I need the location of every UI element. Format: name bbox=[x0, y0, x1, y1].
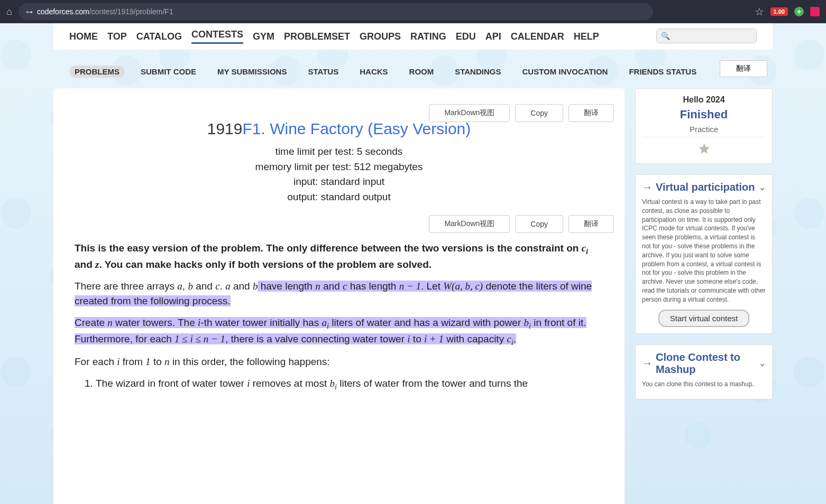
start-virtual-contest-button[interactable]: Start virtual contest bbox=[658, 310, 749, 327]
problem-limits: time limit per test: 5 seconds memory li… bbox=[64, 144, 614, 204]
problem-name[interactable]: F1. Wine Factory (Easy Version) bbox=[242, 120, 471, 137]
contest-sub-nav: PROBLEMS SUBMIT CODE MY SUBMISSIONS STAT… bbox=[53, 50, 773, 83]
nav-contests[interactable]: CONTESTS bbox=[191, 29, 243, 44]
input-spec: input: standard input bbox=[64, 174, 614, 190]
subnav-friends-status[interactable]: FRIENDS STATUS bbox=[623, 66, 702, 78]
clone-text: You can clone this contest to a mashup. bbox=[642, 380, 766, 389]
search-input[interactable]: 🔍 bbox=[656, 29, 757, 43]
problem-statement: This is the easy version of the problem.… bbox=[64, 241, 614, 393]
nav-help[interactable]: HELP bbox=[574, 31, 599, 42]
copy-button[interactable]: Copy bbox=[515, 104, 563, 122]
extension-translate-icon[interactable] bbox=[810, 7, 820, 16]
intro-paragraph: This is the easy version of the problem.… bbox=[75, 241, 603, 273]
problem-number: 1919 bbox=[207, 120, 243, 137]
steps-list: The wizard in front of water tower i rem… bbox=[96, 376, 603, 393]
vp-text: Virtual contest is a way to take part in… bbox=[642, 198, 766, 304]
practice-label: Practice bbox=[642, 125, 766, 134]
translate-button-2[interactable]: 翻译 bbox=[568, 215, 614, 233]
virtual-participation-box: → Virtual participation ⌄ Virtual contes… bbox=[635, 174, 773, 334]
clone-header[interactable]: → Clone Contest to Mashup ⌄ bbox=[642, 351, 766, 376]
nav-groups[interactable]: GROUPS bbox=[360, 31, 401, 42]
subnav-submit[interactable]: SUBMIT CODE bbox=[135, 66, 201, 78]
contest-name: Hello 2024 bbox=[642, 95, 766, 105]
home-icon[interactable]: ⌂ bbox=[6, 6, 12, 17]
nav-gym[interactable]: GYM bbox=[253, 31, 274, 42]
arrow-icon: → bbox=[642, 357, 653, 369]
vp-header[interactable]: → Virtual participation ⌄ bbox=[642, 181, 766, 193]
contest-status[interactable]: Finished bbox=[642, 108, 766, 122]
url-domain: codeforces.com bbox=[37, 7, 89, 16]
paragraph-arrays: There are three arrays a, b and c. a and… bbox=[75, 279, 603, 309]
time-limit: time limit per test: 5 seconds bbox=[64, 144, 614, 160]
markdown-view-button[interactable]: MarkDown视图 bbox=[429, 104, 510, 122]
arrow-icon: → bbox=[642, 181, 653, 193]
extension-plus-icon[interactable]: + bbox=[794, 7, 804, 16]
browser-bar: ⌂ ⊶ codeforces.com /contest/1919/problem… bbox=[0, 0, 826, 23]
sidebar: Hello 2024 Finished Practice ★ → Virtual… bbox=[635, 88, 773, 399]
subnav-hacks[interactable]: HACKS bbox=[354, 66, 393, 78]
subnav-status[interactable]: STATUS bbox=[302, 66, 344, 78]
subnav-standings[interactable]: STANDINGS bbox=[449, 66, 506, 78]
url-path: /contest/1919/problem/F1 bbox=[89, 7, 173, 16]
subnav-problems[interactable]: PROBLEMS bbox=[69, 66, 125, 78]
nav-api[interactable]: API bbox=[485, 31, 501, 42]
search-icon: 🔍 bbox=[661, 32, 670, 40]
nav-rating[interactable]: RATING bbox=[410, 31, 446, 42]
nav-problemset[interactable]: PROBLEMSET bbox=[284, 31, 350, 42]
paragraph-loop: For each i from 1 to n in this order, th… bbox=[75, 354, 603, 370]
main-nav: HOME TOP CATALOG CONTESTS GYM PROBLEMSET… bbox=[53, 23, 773, 50]
nav-calendar[interactable]: CALENDAR bbox=[511, 31, 564, 42]
translate-button-top[interactable]: 翻译 bbox=[720, 60, 767, 77]
problem-panel: MarkDown视图 Copy 翻译 1919F1. Wine Factory … bbox=[53, 88, 625, 504]
paragraph-towers: Create n water towers. The i-th water to… bbox=[75, 315, 603, 348]
step-1: The wizard in front of water tower i rem… bbox=[96, 376, 603, 393]
copy-button-2[interactable]: Copy bbox=[515, 215, 563, 233]
output-spec: output: standard output bbox=[64, 190, 614, 205]
chevron-down-icon: ⌄ bbox=[759, 182, 766, 192]
subnav-room[interactable]: ROOM bbox=[404, 66, 439, 78]
subnav-custom-invocation[interactable]: CUSTOM INVOCATION bbox=[517, 66, 613, 78]
translate-button[interactable]: 翻译 bbox=[568, 104, 614, 122]
url-bar[interactable]: ⊶ codeforces.com /contest/1919/problem/F… bbox=[19, 3, 653, 20]
markdown-view-button-2[interactable]: MarkDown视图 bbox=[429, 215, 510, 233]
chevron-down-icon: ⌄ bbox=[759, 358, 766, 368]
memory-limit: memory limit per test: 512 megabytes bbox=[64, 160, 614, 175]
problem-title: 1919F1. Wine Factory (Easy Version) bbox=[64, 120, 614, 138]
nav-catalog[interactable]: CATALOG bbox=[136, 31, 182, 42]
nav-home[interactable]: HOME bbox=[69, 31, 98, 42]
site-info-icon: ⊶ bbox=[26, 8, 33, 16]
extension-badge[interactable]: 1.00 bbox=[770, 7, 788, 16]
favorite-star-icon[interactable]: ★ bbox=[698, 141, 710, 156]
clone-contest-box: → Clone Contest to Mashup ⌄ You can clon… bbox=[635, 344, 773, 400]
nav-top[interactable]: TOP bbox=[107, 31, 127, 42]
bookmark-star-icon[interactable]: ☆ bbox=[755, 5, 764, 18]
subnav-my-submissions[interactable]: MY SUBMISSIONS bbox=[212, 66, 292, 78]
contest-info-box: Hello 2024 Finished Practice ★ bbox=[635, 88, 773, 164]
nav-edu[interactable]: EDU bbox=[456, 31, 476, 42]
